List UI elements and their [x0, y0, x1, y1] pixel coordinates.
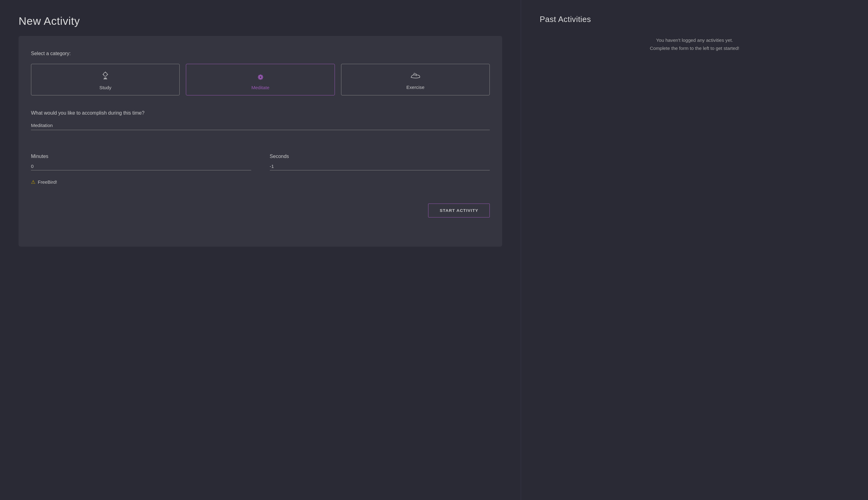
past-activities-empty: You haven't logged any activities yet. C… — [540, 36, 849, 52]
minutes-field: Minutes — [31, 154, 251, 170]
left-panel: New Activity Select a category: — [0, 0, 521, 500]
page-title: New Activity — [19, 15, 502, 27]
minutes-input[interactable] — [31, 162, 251, 170]
time-section: Minutes Seconds — [31, 154, 490, 170]
seconds-input[interactable] — [270, 162, 490, 170]
meditate-icon — [255, 70, 266, 82]
submit-row: START ACTIVITY — [31, 204, 490, 217]
svg-point-0 — [103, 72, 107, 76]
category-study-button[interactable]: Study — [31, 64, 180, 95]
category-exercise-button[interactable]: Exercise — [341, 64, 490, 95]
freebird-text: FreeBird! — [38, 179, 57, 185]
start-activity-button[interactable]: START ACTIVITY — [428, 204, 490, 217]
accomplish-section: What would you like to accomplish during… — [31, 110, 490, 130]
meditate-label: Meditate — [251, 85, 269, 90]
past-activities-title: Past Activities — [540, 15, 849, 24]
study-label: Study — [100, 85, 112, 90]
seconds-field: Seconds — [270, 154, 490, 170]
seconds-label: Seconds — [270, 154, 490, 159]
minutes-label: Minutes — [31, 154, 251, 159]
exercise-label: Exercise — [407, 84, 424, 90]
form-card: Select a category: — [19, 36, 502, 247]
category-grid: Study Meditate — [31, 64, 490, 95]
accomplish-input[interactable] — [31, 121, 490, 130]
study-icon — [100, 70, 110, 82]
category-meditate-button[interactable]: Meditate — [186, 64, 334, 95]
svg-point-12 — [260, 76, 261, 78]
accomplish-label: What would you like to accomplish during… — [31, 110, 490, 116]
freebird-warning: ⚠ FreeBird! — [31, 179, 490, 185]
warning-icon: ⚠ — [31, 179, 35, 185]
category-label: Select a category: — [31, 51, 490, 56]
exercise-icon — [410, 71, 421, 81]
right-panel: Past Activities You haven't logged any a… — [521, 0, 868, 500]
